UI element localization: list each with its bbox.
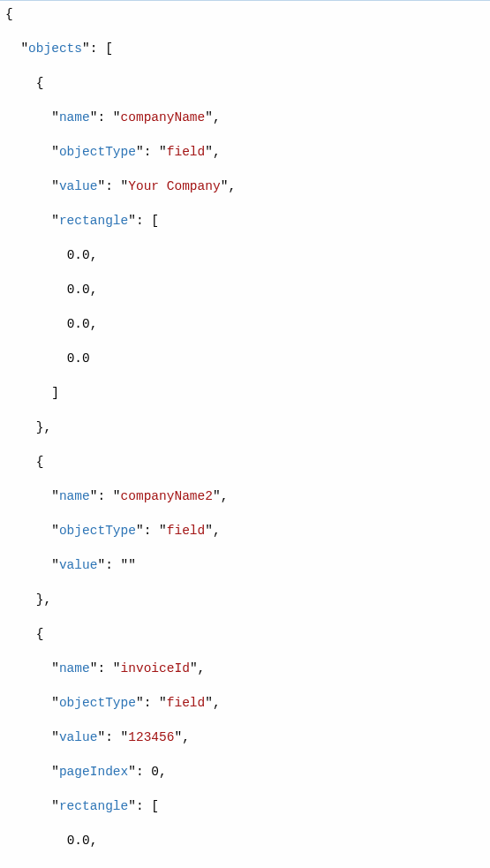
rect-val: 0.0: [67, 317, 90, 331]
val-field: field: [167, 145, 206, 159]
brace-open: {: [36, 76, 44, 90]
bracket-open: [: [105, 42, 113, 56]
brace-close: }: [36, 593, 44, 607]
val-companyName: companyName: [121, 110, 206, 125]
key-rectangle: rectangle: [59, 799, 128, 813]
brace-open: {: [5, 7, 13, 21]
val-invoiceId: invoiceId: [121, 661, 190, 676]
json-code-block: { "objects": [ { "name": "companyName", …: [0, 3, 490, 868]
rect-val: 0.0: [67, 834, 90, 848]
brace-close: }: [36, 420, 44, 434]
bracket-close: ]: [51, 386, 59, 400]
key-name: name: [59, 661, 90, 676]
key-value: value: [59, 730, 98, 744]
val-field: field: [167, 524, 206, 538]
quote: ": [20, 42, 28, 56]
rect-val: 0.0: [67, 283, 90, 297]
val-yourCompany: Your Company: [128, 179, 220, 193]
key-objects: objects: [28, 42, 82, 56]
key-objectType: objectType: [59, 524, 136, 538]
key-objectType: objectType: [59, 145, 136, 159]
key-name: name: [59, 110, 90, 125]
rect-val: 0.0: [67, 351, 90, 366]
val-pageIndex: 0: [151, 765, 159, 779]
key-value: value: [59, 558, 98, 572]
key-value: value: [59, 179, 98, 193]
key-name: name: [59, 489, 90, 503]
rect-val: 0.0: [67, 248, 90, 262]
val-123456: 123456: [128, 730, 174, 744]
val-field: field: [167, 696, 206, 710]
key-rectangle: rectangle: [59, 214, 128, 228]
brace-open: {: [36, 455, 44, 469]
key-pageIndex: pageIndex: [59, 765, 128, 779]
val-companyName2: companyName2: [121, 489, 213, 503]
brace-open: {: [36, 627, 44, 641]
key-objectType: objectType: [59, 696, 136, 710]
